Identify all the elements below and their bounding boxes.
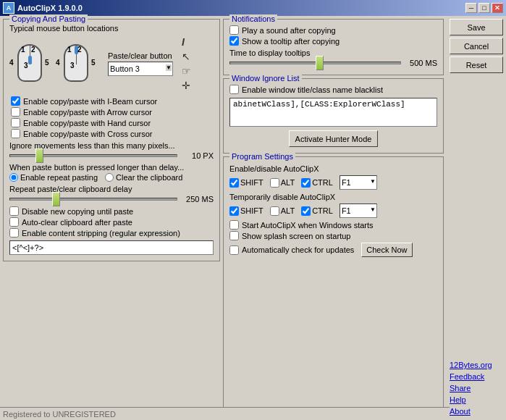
disable-label: Temporarily disable AutoClipX [229, 193, 437, 201]
ibeam-cursor-icon: I [182, 35, 191, 49]
enable-label: Enable/disable AutoClipX [229, 164, 437, 173]
play-sound-label: Play a sound after copying [242, 26, 336, 35]
disable-alt-checkbox[interactable] [270, 206, 279, 216]
repeat-delay-value: 250 MS [182, 195, 214, 203]
paste-clear-label: Paste/clear button [108, 51, 173, 60]
hand-checkbox[interactable] [11, 118, 20, 127]
arrow-checkbox[interactable] [11, 107, 20, 117]
ignore-mov-slider-track[interactable] [9, 154, 177, 157]
disable-copy-checkbox[interactable] [9, 206, 19, 216]
enable-alt-checkbox[interactable] [270, 178, 279, 188]
program-settings-group: Program Settings Enable/disable AutoClip… [223, 156, 444, 417]
link-share[interactable]: Share [450, 384, 471, 392]
arrow-checkbox-row[interactable]: Enable copy/paste with Arrow cursor [11, 107, 214, 117]
autoclear-checkbox[interactable] [9, 217, 19, 227]
minimize-button[interactable]: ─ [465, 3, 477, 13]
content-stripping-checkbox[interactable] [9, 228, 19, 238]
show-tooltip-checkbox[interactable] [229, 36, 239, 46]
ignore-mov-value: 10 PX [182, 151, 214, 160]
cross-checkbox[interactable] [11, 129, 20, 138]
enable-kbd-group: SHIFT ALT CTRL F1F2F3F4F5 [229, 175, 437, 190]
ibeam-checkbox-row[interactable]: Enable copy/paste with I-Beam cursor [11, 96, 214, 106]
check-now-button[interactable]: Check Now [361, 243, 412, 257]
title-bar: A AutoClipX 1.9.0.0 ─ □ ✕ [0, 0, 506, 16]
close-button[interactable]: ✕ [492, 3, 503, 13]
maximize-button[interactable]: □ [478, 3, 490, 13]
autoclear-label: Auto-clear clipboard after paste [22, 218, 132, 227]
hand-checkbox-row[interactable]: Enable copy/paste with Hand cursor [11, 118, 214, 127]
cursor-icons: I ↖ ☞ ✛ [182, 35, 191, 92]
mouse-diagram-1: 4 1 2 3 5 [9, 43, 50, 85]
auto-update-checkbox[interactable] [229, 245, 239, 255]
disable-kbd-group: SHIFT ALT CTRL F1F2F3F4F5 [229, 203, 437, 218]
paste-clear-select[interactable]: Button 3 Button 1 Button 2 Button 4 Butt… [108, 62, 173, 76]
show-tooltip-label: Show a tooltip after copying [242, 37, 340, 46]
app-title: AutoClipX 1.9.0.0 [17, 4, 83, 12]
blacklist-checkbox-row[interactable]: Enable window title/class name blacklist [229, 85, 437, 94]
save-button[interactable]: Save [450, 19, 503, 35]
status-bar: Registered to UNREGISTERED [0, 407, 450, 420]
enable-ctrl-checkbox-row[interactable]: CTRL [301, 178, 333, 188]
enable-repeat-label: Enable repeat pasting [20, 173, 98, 182]
startup-checkbox[interactable] [229, 220, 239, 230]
play-sound-checkbox-row[interactable]: Play a sound after copying [229, 25, 437, 35]
arrow-cursor-icon: ↖ [182, 50, 191, 63]
mouse-diagram-2: 4 1 2 3 5 [56, 43, 96, 85]
clear-clipboard-label: Clear the clipboard [116, 173, 182, 182]
tooltip-time-value: 500 MS [405, 59, 437, 67]
blacklist-checkbox[interactable] [229, 85, 239, 94]
repeat-delay-label: Repeat paste/clear clipboard delay [9, 185, 214, 193]
ibeam-label: Enable copy/paste with I-Beam cursor [23, 97, 157, 106]
disable-ctrl-checkbox[interactable] [301, 206, 311, 216]
show-tooltip-checkbox-row[interactable]: Show a tooltip after copying [229, 36, 437, 46]
status-text: Registered to UNREGISTERED [3, 410, 116, 419]
enable-repeat-radio[interactable] [9, 173, 18, 182]
link-12bytes[interactable]: 12Bytes.org [450, 361, 492, 369]
regex-input[interactable] [9, 240, 214, 255]
disable-copy-label: Disable new copying until paste [22, 207, 133, 216]
hand-label: Enable copy/paste with Hand cursor [23, 119, 151, 127]
hand-cursor-icon: ☞ [182, 64, 191, 77]
notifications-group: Notifications Play a sound after copying… [223, 19, 444, 75]
reset-button[interactable]: Reset [450, 56, 503, 73]
ibeam-checkbox[interactable] [11, 96, 20, 106]
splash-label: Show splash screen on startup [242, 232, 350, 240]
enable-shift-checkbox[interactable] [229, 178, 239, 188]
link-help[interactable]: Help [450, 395, 466, 404]
window-ignore-textarea[interactable]: abinetWClass],[CLASS:ExplorerWClass] [229, 98, 437, 127]
content-stripping-checkbox-row[interactable]: Enable content stripping (regular expres… [9, 228, 214, 238]
enable-shift-checkbox-row[interactable]: SHIFT [229, 178, 263, 188]
window-ignore-group: Window Ignore List Enable window title/c… [223, 78, 444, 154]
cancel-button[interactable]: Cancel [450, 38, 503, 54]
disable-shift-checkbox-row[interactable]: SHIFT [229, 206, 263, 216]
auto-update-label: Automatically check for updates [242, 245, 354, 254]
arrow-label: Enable copy/paste with Arrow cursor [23, 108, 152, 117]
cross-cursor-icon: ✛ [182, 79, 191, 92]
disable-copy-checkbox-row[interactable]: Disable new copying until paste [9, 206, 214, 216]
enable-key-select[interactable]: F1F2F3F4F5 [340, 175, 377, 190]
tooltip-slider-track[interactable] [229, 62, 401, 64]
cross-label: Enable copy/paste with Cross cursor [23, 130, 153, 138]
link-about[interactable]: About [450, 407, 471, 416]
copy-paste-title: Copying And Pasting [9, 14, 88, 23]
cross-checkbox-row[interactable]: Enable copy/paste with Cross cursor [11, 129, 214, 138]
disable-alt-checkbox-row[interactable]: ALT [270, 206, 295, 216]
autoclear-checkbox-row[interactable]: Auto-clear clipboard after paste [9, 217, 214, 227]
clear-clipboard-radio[interactable] [105, 173, 114, 182]
splash-checkbox-row[interactable]: Show splash screen on startup [229, 231, 437, 240]
mouse-label: Typical mouse button locations [9, 24, 214, 33]
notifications-title: Notifications [229, 14, 277, 23]
blacklist-label: Enable window title/class name blacklist [242, 85, 383, 94]
enable-alt-checkbox-row[interactable]: ALT [270, 178, 295, 188]
disable-key-select[interactable]: F1F2F3F4F5 [340, 203, 377, 218]
hunter-mode-button[interactable]: Activate Hunter Mode [289, 130, 379, 147]
repeat-radio-group: Enable repeat pasting Clear the clipboar… [9, 173, 214, 182]
disable-ctrl-checkbox-row[interactable]: CTRL [301, 206, 333, 216]
startup-checkbox-row[interactable]: Start AutoClipX when Windows starts [229, 220, 437, 230]
play-sound-checkbox[interactable] [229, 25, 239, 35]
link-feedback[interactable]: Feedback [450, 372, 484, 381]
enable-ctrl-checkbox[interactable] [301, 178, 311, 188]
disable-shift-checkbox[interactable] [229, 206, 239, 216]
splash-checkbox[interactable] [229, 231, 239, 240]
repeat-delay-slider-track[interactable] [9, 198, 177, 201]
